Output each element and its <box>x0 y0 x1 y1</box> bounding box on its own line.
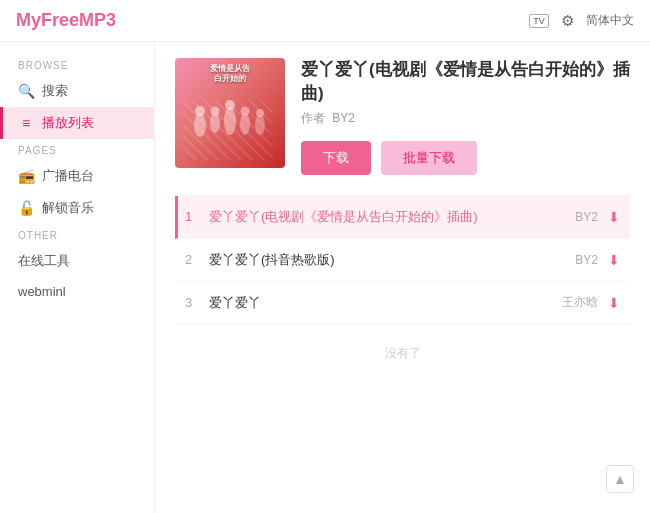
other-section-label: OTHER <box>0 224 154 245</box>
song-number: 3 <box>185 295 209 310</box>
sidebar-item-unlock[interactable]: 🔓 解锁音乐 <box>0 192 154 224</box>
cover-figures <box>185 95 275 160</box>
svg-point-9 <box>256 109 264 117</box>
content-area: 爱情是从告 白开始的 <box>155 42 650 513</box>
album-cover-label: 爱情是从告 白开始的 <box>181 64 279 85</box>
album-author-line: 作者 BY2 <box>301 110 630 127</box>
settings-icon[interactable]: ⚙ <box>561 12 574 30</box>
sidebar-item-webminl[interactable]: webminl <box>0 277 154 306</box>
topbar: MyFreeMP3 TV ⚙ 简体中文 <box>0 0 650 42</box>
album-info: 爱丫爱丫(电视剧《爱情是从告白开始的》插曲) 作者 BY2 下载 批量下载 <box>301 58 630 175</box>
logo: MyFreeMP3 <box>16 10 116 31</box>
song-artist: 王亦晗 <box>562 294 598 311</box>
sidebar-search-label: 搜索 <box>42 82 68 100</box>
author-value: BY2 <box>332 111 355 125</box>
sidebar-item-online-tools[interactable]: 在线工具 <box>0 245 154 277</box>
topbar-tv-icon: TV <box>529 14 549 28</box>
svg-point-5 <box>225 100 235 110</box>
search-icon: 🔍 <box>18 83 34 99</box>
author-label: 作者 <box>301 111 325 125</box>
svg-point-4 <box>224 107 236 135</box>
sidebar-radio-label: 广播电台 <box>42 167 94 185</box>
sidebar-playlist-label: 播放列表 <box>42 114 94 132</box>
download-button[interactable]: 下载 <box>301 141 371 175</box>
album-header: 爱情是从告 白开始的 <box>175 58 630 175</box>
batch-download-button[interactable]: 批量下载 <box>381 141 477 175</box>
song-name: 爱丫爱丫(抖音热歌版) <box>209 251 575 269</box>
song-item-2[interactable]: 2 爱丫爱丫(抖音热歌版) BY2 ⬇ <box>175 239 630 282</box>
language-label: 简体中文 <box>586 12 634 29</box>
main-layout: BROWSE 🔍 搜索 ≡ 播放列表 PAGES 📻 广播电台 🔓 解锁音乐 O… <box>0 42 650 513</box>
song-download-icon[interactable]: ⬇ <box>608 209 620 225</box>
unlock-icon: 🔓 <box>18 200 34 216</box>
song-item-3[interactable]: 3 爱丫爱丫 王亦晗 ⬇ <box>175 282 630 325</box>
pages-section-label: PAGES <box>0 139 154 160</box>
song-name: 爱丫爱丫(电视剧《爱情是从告白开始的》插曲) <box>209 208 575 226</box>
radio-icon: 📻 <box>18 168 34 184</box>
sidebar-item-playlist[interactable]: ≡ 播放列表 <box>0 107 154 139</box>
song-download-icon[interactable]: ⬇ <box>608 295 620 311</box>
svg-point-6 <box>240 113 250 135</box>
album-buttons: 下载 批量下载 <box>301 141 630 175</box>
browse-section-label: BROWSE <box>0 54 154 75</box>
playlist-icon: ≡ <box>18 115 34 131</box>
svg-point-1 <box>195 106 205 116</box>
song-item-1[interactable]: 1 爱丫爱丫(电视剧《爱情是从告白开始的》插曲) BY2 ⬇ <box>175 196 630 239</box>
topbar-right: TV ⚙ 简体中文 <box>529 12 634 30</box>
album-cover: 爱情是从告 白开始的 <box>175 58 285 168</box>
album-cover-art: 爱情是从告 白开始的 <box>175 58 285 168</box>
song-artist: BY2 <box>575 253 598 267</box>
song-number: 1 <box>185 209 209 224</box>
album-title: 爱丫爱丫(电视剧《爱情是从告白开始的》插曲) <box>301 58 630 106</box>
svg-point-7 <box>241 107 250 116</box>
song-name: 爱丫爱丫 <box>209 294 562 312</box>
svg-point-8 <box>255 115 265 135</box>
no-more-label: 没有了 <box>175 325 630 382</box>
sidebar-unlock-label: 解锁音乐 <box>42 199 94 217</box>
song-download-icon[interactable]: ⬇ <box>608 252 620 268</box>
svg-point-2 <box>210 113 220 133</box>
logo-suffix: MP3 <box>79 10 116 30</box>
sidebar: BROWSE 🔍 搜索 ≡ 播放列表 PAGES 📻 广播电台 🔓 解锁音乐 O… <box>0 42 155 513</box>
song-artist: BY2 <box>575 210 598 224</box>
song-number: 2 <box>185 252 209 267</box>
scroll-to-top-button[interactable]: ▲ <box>606 465 634 493</box>
sidebar-item-radio[interactable]: 📻 广播电台 <box>0 160 154 192</box>
svg-point-3 <box>211 107 220 116</box>
sidebar-item-search[interactable]: 🔍 搜索 <box>0 75 154 107</box>
svg-point-0 <box>194 113 206 137</box>
song-list: 1 爱丫爱丫(电视剧《爱情是从告白开始的》插曲) BY2 ⬇ 2 爱丫爱丫(抖音… <box>175 195 630 325</box>
logo-prefix: MyFree <box>16 10 79 30</box>
